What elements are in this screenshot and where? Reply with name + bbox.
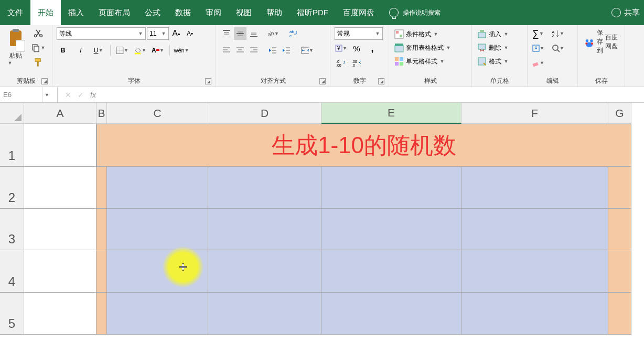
- cell-styles-button[interactable]: 单元格样式▼: [393, 55, 467, 68]
- align-right-button[interactable]: [248, 44, 260, 57]
- comma-format-button[interactable]: ,: [366, 42, 379, 55]
- cell[interactable]: [321, 250, 461, 293]
- borders-button[interactable]: ▼: [116, 44, 128, 57]
- column-header[interactable]: A: [24, 103, 96, 124]
- cell[interactable]: [107, 209, 208, 250]
- fill-color-button[interactable]: ▼: [134, 44, 146, 57]
- align-middle-button[interactable]: [234, 27, 246, 40]
- tab-foxit[interactable]: 福昕PDF: [289, 0, 336, 25]
- cell[interactable]: [208, 250, 321, 293]
- column-header[interactable]: B: [96, 103, 107, 124]
- delete-cells-button[interactable]: 删除▼: [476, 41, 523, 55]
- number-format-select[interactable]: 常规▼: [335, 27, 383, 40]
- column-header[interactable]: D: [208, 103, 321, 124]
- align-bottom-button[interactable]: [248, 27, 260, 40]
- italic-button[interactable]: I: [74, 44, 87, 57]
- cell[interactable]: [208, 209, 321, 250]
- find-select-button[interactable]: ▼: [552, 42, 564, 55]
- cell[interactable]: [96, 250, 107, 293]
- column-header[interactable]: G: [608, 103, 631, 124]
- cell[interactable]: [24, 250, 96, 293]
- row-header[interactable]: 3: [0, 209, 24, 250]
- merged-title-cell[interactable]: 生成1-10的随机数: [96, 124, 631, 167]
- tab-data[interactable]: 数据: [168, 0, 198, 25]
- cell[interactable]: [608, 167, 631, 209]
- decrease-font-button[interactable]: A▾: [184, 27, 196, 40]
- font-size-select[interactable]: 11▼: [147, 27, 169, 40]
- name-box-dropdown[interactable]: ▼: [42, 87, 51, 102]
- name-box[interactable]: ▼: [0, 87, 58, 102]
- cell[interactable]: [24, 209, 96, 250]
- column-header[interactable]: E: [321, 103, 461, 124]
- column-header[interactable]: C: [107, 103, 208, 124]
- phonetic-button[interactable]: wén▼: [175, 44, 188, 57]
- underline-button[interactable]: U▼: [92, 44, 105, 57]
- cell[interactable]: [208, 293, 321, 335]
- row-header[interactable]: 4: [0, 250, 24, 293]
- tab-formulas[interactable]: 公式: [137, 0, 168, 25]
- tab-layout[interactable]: 页面布局: [91, 0, 137, 25]
- cell[interactable]: [461, 293, 608, 335]
- cancel-formula-button[interactable]: ✕: [65, 91, 71, 99]
- select-all-button[interactable]: [0, 103, 24, 124]
- increase-font-button[interactable]: A▴: [170, 27, 183, 40]
- sort-filter-button[interactable]: AZ▼: [552, 27, 564, 40]
- tab-home[interactable]: 开始: [30, 0, 61, 25]
- accounting-format-button[interactable]: ¥▼: [335, 42, 347, 55]
- align-top-button[interactable]: [220, 27, 233, 40]
- decrease-indent-button[interactable]: [266, 44, 279, 57]
- align-center-button[interactable]: [234, 44, 246, 57]
- increase-decimal-button[interactable]: .0.00: [335, 57, 347, 69]
- cell[interactable]: [107, 167, 208, 209]
- cell[interactable]: [608, 209, 631, 250]
- cell[interactable]: [96, 167, 107, 209]
- column-header[interactable]: F: [461, 103, 608, 124]
- fill-button[interactable]: ▼: [532, 42, 544, 55]
- clipboard-launcher[interactable]: [41, 78, 48, 84]
- align-left-button[interactable]: [220, 44, 233, 57]
- save-baidu-button[interactable]: 保存到 百度网盘: [582, 27, 620, 56]
- tell-me-search[interactable]: 操作说明搜索: [389, 8, 441, 17]
- cell[interactable]: [24, 293, 96, 335]
- cell[interactable]: [208, 167, 321, 209]
- number-launcher[interactable]: [378, 78, 384, 84]
- tab-help[interactable]: 帮助: [259, 0, 289, 25]
- cell[interactable]: [321, 209, 461, 250]
- cell[interactable]: [608, 250, 631, 293]
- autosum-button[interactable]: ∑▼: [532, 27, 544, 40]
- cell[interactable]: [24, 167, 96, 209]
- fx-button[interactable]: fx: [90, 91, 96, 99]
- font-family-select[interactable]: 等线▼: [57, 27, 146, 40]
- name-box-input[interactable]: [0, 90, 42, 100]
- bold-button[interactable]: B: [57, 44, 69, 57]
- cell[interactable]: [321, 293, 461, 335]
- conditional-format-button[interactable]: 条件格式▼: [393, 27, 467, 41]
- font-color-button[interactable]: A▼: [152, 44, 164, 57]
- cell[interactable]: [461, 250, 608, 293]
- cell[interactable]: [24, 124, 96, 167]
- copy-button[interactable]: ▼: [29, 42, 47, 54]
- row-header[interactable]: 5: [0, 293, 24, 335]
- cell[interactable]: [461, 209, 608, 250]
- format-painter-button[interactable]: [29, 57, 47, 68]
- share-button[interactable]: 共享: [611, 8, 640, 18]
- paste-button[interactable]: 粘贴 ▼: [4, 27, 27, 68]
- format-cells-button[interactable]: 格式▼: [476, 55, 523, 68]
- row-header[interactable]: 1: [0, 124, 24, 167]
- decrease-decimal-button[interactable]: .00.0: [350, 57, 363, 69]
- format-table-button[interactable]: 套用表格格式▼: [393, 41, 467, 55]
- enter-formula-button[interactable]: ✓: [78, 91, 84, 99]
- row-header[interactable]: 2: [0, 167, 24, 209]
- cell[interactable]: [461, 167, 608, 209]
- tab-baidu[interactable]: 百度网盘: [336, 0, 382, 25]
- tab-review[interactable]: 审阅: [198, 0, 229, 25]
- font-launcher[interactable]: [205, 78, 211, 84]
- formula-input[interactable]: [103, 87, 644, 102]
- cell[interactable]: [96, 209, 107, 250]
- tab-file[interactable]: 文件: [0, 0, 30, 25]
- insert-cells-button[interactable]: 插入▼: [476, 27, 523, 41]
- tab-view[interactable]: 视图: [229, 0, 259, 25]
- tab-insert[interactable]: 插入: [61, 0, 91, 25]
- increase-indent-button[interactable]: [280, 44, 293, 57]
- align-launcher[interactable]: [319, 78, 326, 84]
